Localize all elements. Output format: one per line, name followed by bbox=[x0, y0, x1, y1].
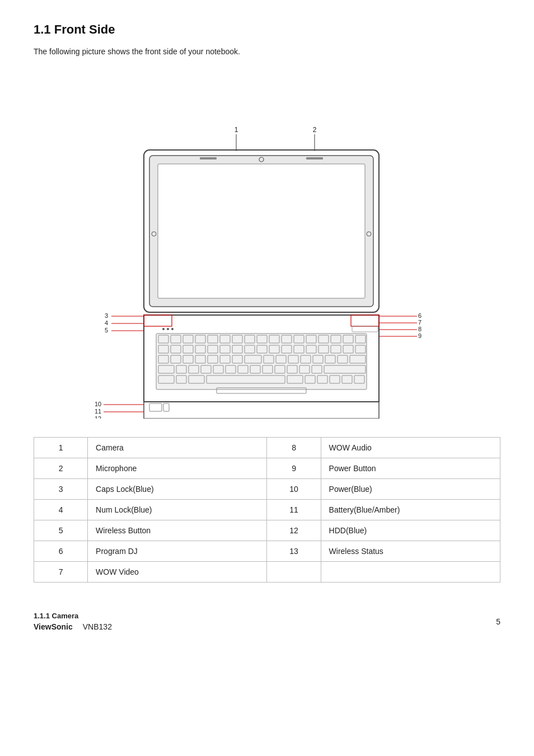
diagram-num-4: 4 bbox=[105, 320, 108, 326]
right-label-cell: Battery(Blue/Amber) bbox=[321, 500, 500, 520]
screen bbox=[158, 164, 365, 298]
right-buttons-bracket bbox=[351, 315, 379, 326]
diagram-num-8: 8 bbox=[418, 326, 421, 332]
diagram-num-5: 5 bbox=[105, 327, 108, 334]
left-num-cell: 3 bbox=[34, 479, 88, 500]
indicator-dot-3 bbox=[171, 328, 174, 330]
table-row: 5Wireless Button12HDD(Blue) bbox=[34, 520, 500, 541]
table-row: 3Caps Lock(Blue)10Power(Blue) bbox=[34, 479, 500, 500]
left-num-cell: 1 bbox=[34, 438, 88, 458]
component-table: 1Camera8WOW Audio2Microphone9Power Butto… bbox=[34, 437, 500, 583]
footer-section: 1.1.1 Camera ViewSonic VNB132 5 bbox=[34, 605, 500, 631]
right-label-cell bbox=[321, 562, 500, 583]
left-buttons-bracket bbox=[144, 315, 172, 326]
right-label-cell: Power(Blue) bbox=[321, 479, 500, 500]
bottom-panel bbox=[144, 402, 379, 419]
section-title: 1.1 Front Side bbox=[34, 22, 500, 37]
brand-name: ViewSonic bbox=[34, 622, 73, 631]
left-num-cell: 2 bbox=[34, 458, 88, 479]
notebook-diagram: 1 2 bbox=[71, 72, 496, 419]
left-num-cell: 4 bbox=[34, 500, 88, 520]
diagram-num-9: 9 bbox=[418, 332, 421, 339]
diagram-num-10: 10 bbox=[95, 401, 101, 407]
port-symbol bbox=[149, 403, 162, 411]
right-port-area bbox=[352, 326, 378, 332]
page-number: 5 bbox=[496, 617, 500, 626]
diagram-num-12: 12 bbox=[95, 415, 101, 419]
right-num-cell: 8 bbox=[267, 438, 321, 458]
left-label-cell: Caps Lock(Blue) bbox=[88, 479, 267, 500]
right-label-cell: Power Button bbox=[321, 458, 500, 479]
diagram-num-7: 7 bbox=[418, 319, 421, 326]
diagram-num-6: 6 bbox=[418, 312, 421, 319]
left-num-cell: 6 bbox=[34, 541, 88, 562]
label-1: 1 bbox=[235, 126, 238, 134]
left-label-cell: WOW Video bbox=[88, 562, 267, 583]
left-num-cell: 7 bbox=[34, 562, 88, 583]
right-num-cell: 9 bbox=[267, 458, 321, 479]
top-dash-1 bbox=[200, 157, 217, 159]
table-row: 6Program DJ13Wireless Status bbox=[34, 541, 500, 562]
table-row: 1Camera8WOW Audio bbox=[34, 438, 500, 458]
table-row: 2Microphone9Power Button bbox=[34, 458, 500, 479]
left-label-cell: Camera bbox=[88, 438, 267, 458]
left-label-cell: Wireless Button bbox=[88, 520, 267, 541]
diagram-num-3: 3 bbox=[105, 312, 108, 319]
left-num-cell: 5 bbox=[34, 520, 88, 541]
right-num-cell: 10 bbox=[267, 479, 321, 500]
port-symbol-2 bbox=[163, 403, 169, 411]
sub-section-title: 1.1.1 Camera bbox=[34, 612, 112, 620]
left-label-cell: Program DJ bbox=[88, 541, 267, 562]
right-label-cell: HDD(Blue) bbox=[321, 520, 500, 541]
diagram-container: 1 2 bbox=[71, 72, 463, 420]
right-num-cell bbox=[267, 562, 321, 583]
diagram-num-11: 11 bbox=[95, 408, 101, 415]
right-num-cell: 12 bbox=[267, 520, 321, 541]
right-num-cell: 13 bbox=[267, 541, 321, 562]
intro-text: The following picture shows the front si… bbox=[34, 47, 500, 56]
left-label-cell: Num Lock(Blue) bbox=[88, 500, 267, 520]
model-name: VNB132 bbox=[83, 622, 112, 631]
indicator-dot-1 bbox=[162, 328, 165, 330]
indicator-dot-2 bbox=[167, 328, 169, 330]
right-label-cell: Wireless Status bbox=[321, 541, 500, 562]
top-dash-2 bbox=[306, 157, 323, 159]
label-2: 2 bbox=[313, 126, 317, 134]
right-label-cell: WOW Audio bbox=[321, 438, 500, 458]
table-row: 7WOW Video bbox=[34, 562, 500, 583]
right-num-cell: 11 bbox=[267, 500, 321, 520]
table-row: 4Num Lock(Blue)11Battery(Blue/Amber) bbox=[34, 500, 500, 520]
left-label-cell: Microphone bbox=[88, 458, 267, 479]
